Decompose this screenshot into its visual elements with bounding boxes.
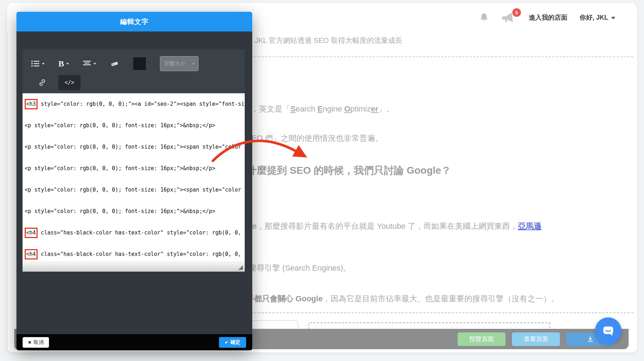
highlighted-tag: <h3 — [25, 99, 38, 109]
article-engines-line: 搜尋引擎 (Search Engines)。 — [249, 263, 351, 273]
code-line: <p style="color: rgb(0, 0, 0); font-size… — [25, 137, 245, 158]
link-icon — [38, 79, 46, 86]
link-button[interactable] — [31, 79, 53, 86]
confirm-button[interactable]: ✔ 確定 — [219, 337, 246, 348]
chevron-down-icon — [192, 63, 195, 65]
font-size-select[interactable]: 字體大小 — [160, 56, 199, 71]
font-size-placeholder: 字體大小 — [164, 60, 185, 67]
code-line: <h3 style="color: rgb(0, 0, 0);"><a id="… — [25, 94, 245, 115]
align-center-icon — [83, 60, 91, 67]
article-google-line: 乎都只會關心 Google，因為它是目前市佔率最大、也是最重要的搜尋引擎（沒有之… — [246, 293, 559, 304]
code-line: <h4 class="has-black-color has-text-colo… — [25, 223, 245, 244]
code-line: <p style="color: rgb(0, 0, 0); font-size… — [25, 115, 245, 137]
store-button[interactable]: 進入我的店面 — [529, 13, 567, 22]
notification-badge: 5 — [512, 8, 521, 17]
highlighted-tag: <h4 — [25, 228, 38, 238]
code-editor[interactable]: <h3 style="color: rgb(0, 0, 0);"><a id="… — [23, 93, 245, 272]
bell-icon[interactable] — [479, 12, 489, 23]
modal-footer: ✖ 取消 ✔ 確定 — [16, 334, 252, 350]
article-intro: JKL 官方網站透過 SEO 取得大幅度的流量成長 — [255, 36, 402, 45]
article-youtube-line: gle，那麼搜尋影片最有名的平台就是 Youtube 了，而如果在美國上網買東西… — [246, 221, 542, 232]
code-line: <p style="color: rgb(0, 0, 0); font-size… — [25, 158, 245, 180]
color-swatch[interactable] — [133, 57, 146, 70]
code-lines: <h3 style="color: rgb(0, 0, 0);"><a id="… — [25, 94, 245, 266]
download-icon — [587, 336, 594, 343]
user-menu[interactable]: 你好, JKL — [580, 13, 615, 22]
announcements-icon[interactable]: 5 — [502, 11, 517, 24]
check-icon: ✔ — [225, 340, 228, 345]
code-line: <p style="color: rgb(0, 0, 0); font-size… — [25, 180, 245, 201]
bullet-list-icon — [31, 60, 40, 67]
screen: 5 進入我的店面 你好, JKL JKL 官方網站透過 SEO 取得大幅度的流量… — [0, 0, 644, 361]
editor-toolbar: B — [23, 49, 245, 93]
clear-format-button[interactable] — [110, 60, 119, 67]
chat-icon — [601, 324, 615, 337]
modal-body: B — [16, 31, 252, 334]
horizontal-scrollbar[interactable] — [23, 262, 245, 272]
code-view-button[interactable]: </> — [58, 75, 80, 90]
list-style-button[interactable] — [31, 60, 45, 67]
bold-icon: B — [58, 59, 64, 69]
chevron-down-icon — [42, 63, 45, 65]
cancel-button[interactable]: ✖ 取消 — [23, 337, 49, 348]
chevron-down-icon — [66, 63, 69, 65]
align-button[interactable] — [83, 60, 96, 67]
chevron-down-icon — [93, 63, 96, 65]
chevron-down-icon — [611, 17, 615, 19]
highlighted-tag: <h4 — [25, 249, 38, 259]
chat-launcher[interactable] — [595, 317, 621, 344]
modal-title: 編輯文字 — [16, 12, 252, 31]
x-icon: ✖ — [28, 340, 31, 345]
article-english-line: ) ，英文是「Search Engine Optimizer」。 — [246, 104, 394, 114]
eraser-icon — [110, 60, 119, 67]
code-line: <p style="color: rgb(0, 0, 0); font-size… — [25, 201, 245, 223]
article-seo-line: SEO 們」之間的使用情況也非常普遍。 — [246, 133, 383, 144]
edit-text-modal: 編輯文字 B — [16, 12, 252, 350]
user-greeting: 你好, JKL — [580, 13, 608, 22]
bold-button[interactable]: B — [58, 59, 69, 69]
view-page-button[interactable]: 查看頁面 — [512, 332, 560, 346]
resize-handle[interactable] — [238, 265, 243, 270]
amazon-link[interactable]: 亞馬遜 — [518, 222, 542, 231]
preview-page-button[interactable]: 預覽頁面 — [458, 332, 506, 346]
article-heading: 什麼提到 SEO 的時候，我們只討論 Google？ — [247, 164, 451, 177]
